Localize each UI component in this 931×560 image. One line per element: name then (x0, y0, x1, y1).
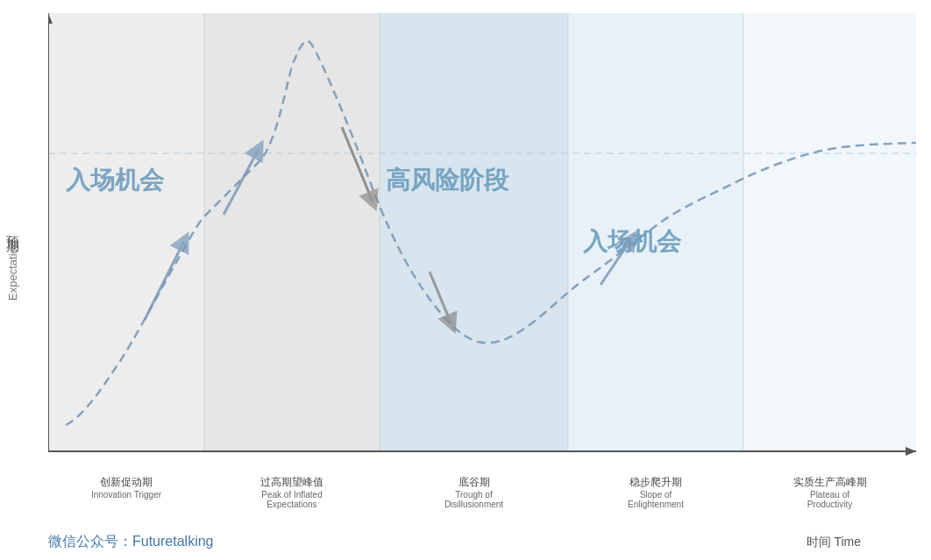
x-labels-container: 创新促动期 Innovation Trigger 过高期望峰值 Peak of … (48, 468, 916, 512)
svg-rect-4 (743, 13, 916, 451)
svg-rect-0 (48, 13, 204, 451)
svg-text:入场机会: 入场机会 (582, 228, 682, 255)
zone1-zh: 创新促动期 (100, 475, 153, 490)
x-label-zone3: 底谷期 Trough of Disillusionment (380, 468, 568, 512)
x-label-zone1: 创新促动期 Innovation Trigger (48, 468, 204, 512)
zone4-en-line2: Enlightenment (628, 500, 684, 509)
svg-rect-1 (204, 13, 380, 451)
zone2-en-line2: Expectations (267, 500, 316, 509)
zone3-en-line2: Disillusionment (444, 500, 503, 509)
zone4-zh: 稳步爬升期 (629, 475, 682, 490)
y-axis-zh: 预期 (4, 225, 21, 232)
x-label-zone5: 实质生产高峰期 Plateau of Productivity (743, 468, 916, 512)
brand-label: 微信公众号：Futuretalking (48, 533, 214, 551)
svg-rect-2 (380, 13, 568, 451)
zone2-zh: 过高期望峰值 (260, 475, 323, 490)
zone1-en: Innovation Trigger (91, 490, 161, 500)
zone3-en-line1: Trough of (455, 490, 492, 500)
x-label-zone2: 过高期望峰值 Peak of Inflated Expectations (204, 468, 380, 512)
main-chart-svg: 入场机会 高风险阶段 入场机会 (48, 13, 916, 491)
time-label: 时间 Time (807, 535, 861, 550)
page-wrapper: 预期 Expectation 入场机会 (0, 0, 931, 560)
y-axis-en: Expectation (6, 241, 19, 301)
zone3-zh: 底谷期 (458, 475, 490, 490)
zone5-en-line2: Productivity (807, 500, 853, 509)
svg-text:入场机会: 入场机会 (65, 167, 165, 194)
zone5-zh: 实质生产高峰期 (793, 475, 867, 490)
zone4-en-line1: Slope of (640, 490, 672, 500)
y-axis-label: 预期 Expectation (4, 53, 21, 472)
footer: 微信公众号：Futuretalking 时间 Time (48, 533, 913, 551)
x-label-zone4: 稳步爬升期 Slope of Enlightenment (568, 468, 743, 512)
zone2-en-line1: Peak of Inflated (261, 490, 323, 500)
zone5-en-line1: Plateau of (810, 490, 849, 500)
svg-text:高风险阶段: 高风险阶段 (386, 166, 509, 194)
